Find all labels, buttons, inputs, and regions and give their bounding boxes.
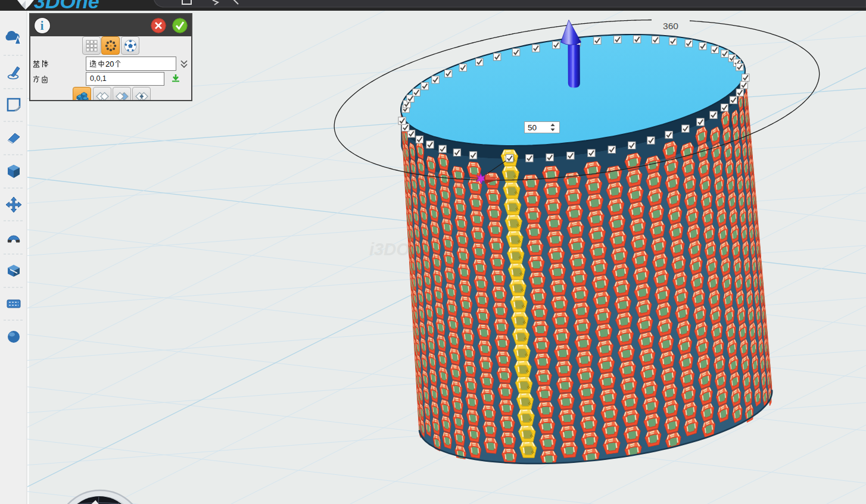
svg-text:3DOne: 3DOne <box>34 0 99 11</box>
svg-text:360: 360 <box>663 21 678 31</box>
svg-text:20: 20 <box>105 60 114 68</box>
svg-text:50: 50 <box>528 123 537 132</box>
